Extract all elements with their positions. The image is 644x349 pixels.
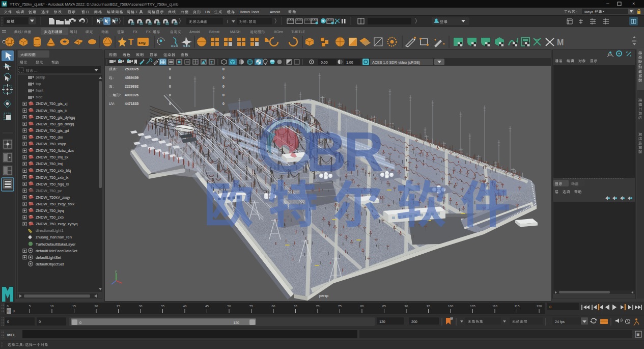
svg-text:y: y [115,270,117,273]
svg-text:20: 20 [95,304,98,308]
svg-text:ACES 1.0 SDR-video (sRGB): ACES 1.0 SDR-video (sRGB) [372,60,420,65]
svg-text:UV:: UV: [109,102,115,105]
svg-text:ZNDW_750_zxqy_zybyq: ZNDW_750_zxqy_zybyq [36,222,78,226]
svg-text:0,0,0: 0,0,0 [183,44,190,47]
svg-text:0: 0 [169,93,171,97]
svg-text:95: 95 [427,304,430,308]
svg-text:BR: BR [306,120,383,183]
svg-text:ZNDW_750kV_zxqy: ZNDW_750kV_zxqy [36,195,70,200]
svg-text:FX: FX [133,30,137,34]
svg-text:MEL: MEL [7,333,16,337]
svg-text:50: 50 [228,304,231,308]
svg-text:65: 65 [294,304,297,308]
svg-text:30: 30 [139,304,143,308]
svg-text:side: side [36,95,43,99]
svg-text:Bifrost: Bifrost [209,30,219,34]
svg-text:top: top [36,82,41,86]
svg-text:persp: persp [319,293,328,298]
svg-text:ZNDW_750_lmj: ZNDW_750_lmj [36,162,63,166]
svg-text:svg: svg [138,40,146,45]
svg-text:FX: FX [146,30,151,34]
svg-text:0: 0 [169,102,171,105]
svg-text:UV: UV [205,10,210,14]
svg-text:MASH: MASH [230,30,240,34]
svg-text:XGen: XGen [274,30,283,34]
svg-text::: : [23,343,24,347]
svg-text:ZNDW_750_hgq_lx: ZNDW_750_hgq_lx [36,182,69,186]
svg-text:70: 70 [316,304,320,308]
svg-text::: : [247,20,248,24]
svg-text:55: 55 [249,304,253,308]
svg-text:T: T [211,60,213,65]
svg-text:YTXY_750kv_cj.mb* - Autodesk M: YTXY_750kv_cj.mb* - Autodesk MAYA 2022: … [10,2,178,7]
svg-text:ZNDW_750_dm: ZNDW_750_dm [36,135,63,140]
svg-text:×: × [632,1,635,6]
svg-text:M: M [3,2,7,7]
svg-text:ZNDW_750_gis_lt: ZNDW_750_gis_lt [36,109,67,113]
svg-text:defaultObjectSet: defaultObjectSet [36,262,64,266]
svg-text:4471835: 4471835 [125,102,138,105]
svg-text:45: 45 [205,304,209,308]
svg-text:2229892: 2229892 [125,85,138,88]
svg-text:0: 0 [39,320,41,324]
svg-text:ZNDW_750_lmj_ljx: ZNDW_750_lmj_ljx [36,155,68,159]
svg-text:defaultHideFaceDataSet: defaultHideFaceDataSet [36,249,78,253]
svg-text:ZNDW_750_gis_dlhgq: ZNDW_750_gis_dlhgq [36,122,74,126]
svg-text:0: 0 [222,76,225,79]
svg-text:ZNDW_750_pz: ZNDW_750_pz [36,189,62,193]
svg-text:15: 15 [72,304,76,308]
svg-text:0: 0 [13,309,15,313]
svg-text::: : [113,85,114,88]
svg-text:ZNDW_750_ftzbz_dzx: ZNDW_750_ftzbz_dzx [36,148,74,153]
svg-text:25: 25 [117,304,120,308]
svg-text:80: 80 [360,304,364,308]
svg-text:0: 0 [8,309,10,313]
svg-text:Maya: Maya [584,10,593,14]
svg-text:1.00: 1.00 [346,61,353,64]
svg-text:0: 0 [7,320,9,324]
svg-text:5: 5 [29,304,31,308]
svg-text:/: / [22,30,23,34]
svg-text:0.00: 0.00 [321,61,328,64]
svg-text::: : [576,10,577,14]
svg-text:ZNDW_750_byq: ZNDW_750_byq [36,208,64,213]
svg-text:105: 105 [470,304,475,308]
svg-text:ZNDW_750_gis_gd: ZNDW_750_gis_gd [36,128,69,133]
svg-text:90: 90 [405,304,408,308]
svg-text:115: 115 [515,304,520,308]
svg-text::: : [120,93,121,97]
svg-text:4001026: 4001026 [125,93,138,97]
svg-text:ZNDW_750_gis_dyhgq: ZNDW_750_gis_dyhgq [36,115,75,120]
svg-text:120: 120 [537,304,542,308]
svg-text:ZNDW_750_zxb_blq: ZNDW_750_zxb_blq [36,168,71,173]
svg-text:ZNDW_750_gis_zj: ZNDW_750_gis_zj [36,101,68,106]
svg-text:▣: ▣ [636,333,640,336]
svg-text:TURTLE: TURTLE [291,30,305,34]
svg-text:–: – [606,1,609,6]
svg-text:defaultLightSet: defaultLightSet [36,255,62,260]
svg-text:0: 0 [222,67,225,71]
svg-text:24 fps: 24 fps [555,320,565,324]
svg-text:0: 0 [222,85,225,88]
svg-text:0: 0 [169,85,171,88]
svg-text:0: 0 [169,76,171,79]
svg-text:ZNDW_750_xhjqr: ZNDW_750_xhjqr [36,142,66,146]
svg-text:0: 0 [549,305,551,309]
svg-text:100: 100 [448,304,454,308]
svg-text::: : [113,76,114,79]
svg-text:110: 110 [492,304,497,308]
svg-text::: : [116,67,117,71]
svg-text:0: 0 [222,93,225,97]
svg-text:Bonus Tools: Bonus Tools [240,10,260,14]
svg-text:0: 0 [222,102,225,105]
svg-text:ZNDW_750_zxb_lx: ZNDW_750_zxb_lx [36,175,69,180]
svg-text:M: M [557,38,564,47]
svg-text:Arnold: Arnold [189,30,200,34]
svg-text:4589459: 4589459 [125,76,138,79]
svg-text:ZNDW_750_zxqy_sblx: ZNDW_750_zxqy_sblx [36,202,75,206]
svg-text:40: 40 [183,304,187,308]
svg-text:85: 85 [382,304,386,308]
svg-text:2539975: 2539975 [125,67,138,71]
svg-text:120: 120 [233,321,239,325]
svg-text:TurtleDefaultBakeLayer: TurtleDefaultBakeLayer [36,242,76,247]
